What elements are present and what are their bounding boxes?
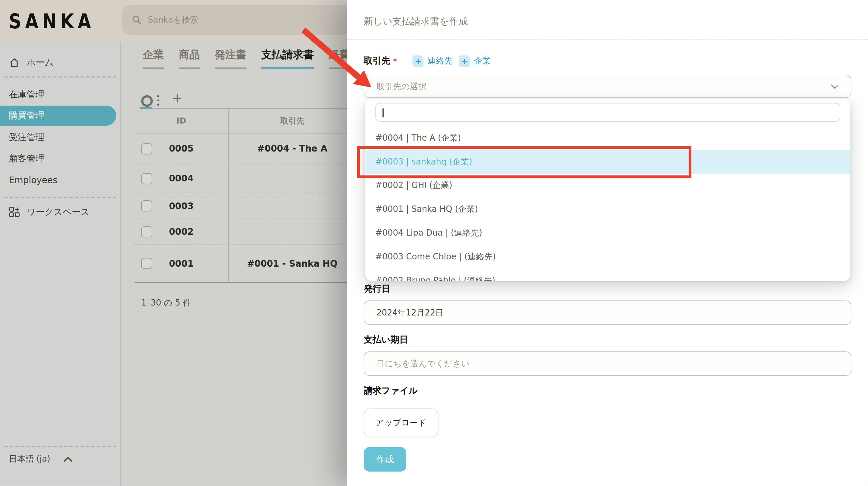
tab-products[interactable]: 商品	[179, 47, 200, 69]
due-date-label: 支払い期日	[364, 334, 408, 346]
sanka-logo: SANKA	[9, 9, 95, 33]
sidebar-divider	[4, 197, 116, 198]
partner-select[interactable]: 取引先の選択	[364, 75, 851, 98]
cell-partner	[229, 193, 356, 219]
table-row[interactable]: 0003	[134, 193, 356, 219]
sidebar-item-customers[interactable]: 顧客管理	[0, 149, 121, 169]
table-header-row: ID 取引先	[134, 108, 356, 133]
upload-button[interactable]: アップロード	[364, 409, 438, 438]
annotation-highlight-rectangle	[357, 146, 691, 179]
pagination-count: 1–30 の 5 件	[141, 298, 191, 308]
sidebar-item-label: ワークスペース	[27, 206, 90, 218]
modal-divider	[347, 39, 868, 40]
plus-icon: +	[412, 56, 424, 67]
sidebar-item-orders[interactable]: 受注管理	[0, 127, 121, 147]
table-row[interactable]: 0004	[134, 164, 356, 193]
sidebar-item-workspace[interactable]: ワークスペース	[0, 202, 121, 222]
partner-select-placeholder: 取引先の選択	[376, 81, 427, 92]
modal-title: 新しい支払請求書を作成	[364, 15, 468, 28]
add-contact-button[interactable]: + 連絡先	[412, 56, 453, 67]
partner-dropdown: #0004 | The A (企業) #0003 | sankahq (企業) …	[365, 99, 850, 281]
cell-partner: #0004 - The A	[229, 133, 356, 164]
due-date-input[interactable]: 日にちを選んでください	[364, 351, 851, 376]
tab-companies[interactable]: 企業	[143, 47, 164, 69]
view-tab-icon[interactable]	[141, 95, 153, 107]
issue-date-input[interactable]: 2024年12月22日	[364, 300, 851, 325]
sidebar-divider	[4, 76, 116, 77]
sidebar-item-employees[interactable]: Employees	[0, 170, 121, 190]
required-asterisk: *	[393, 57, 397, 65]
dropdown-option-clipped[interactable]: #0002 Bruno Pablo | (連絡先)	[365, 269, 850, 281]
table-row[interactable]: 0005 #0004 - The A	[134, 133, 356, 164]
sidebar-item-home[interactable]: ホーム	[0, 53, 121, 72]
view-options-kebab-icon[interactable]	[157, 95, 159, 105]
chevron-down-icon	[831, 84, 839, 89]
add-company-button[interactable]: + 企業	[459, 56, 491, 67]
create-button-label: 作成	[376, 453, 394, 465]
cell-partner	[229, 219, 356, 244]
dropdown-option[interactable]: #0001 | Sanka HQ (企業)	[365, 198, 850, 222]
language-label: 日本語 (ja)	[9, 454, 50, 464]
due-date-placeholder: 日にちを選んでください	[376, 358, 470, 369]
row-checkbox[interactable]	[141, 226, 152, 237]
entity-tabs: 企業 商品 発注書 支払請求書 経費	[143, 47, 350, 69]
cell-partner: #0001 - Sanka HQ	[229, 245, 356, 282]
plus-icon: +	[459, 56, 470, 67]
tab-purchase-orders[interactable]: 発注書	[215, 47, 247, 69]
sidebar-item-inventory[interactable]: 在庫管理	[0, 85, 121, 104]
sidebar-item-label: ホーム	[27, 57, 54, 68]
dropdown-search-input[interactable]	[375, 103, 840, 122]
row-checkbox[interactable]	[141, 258, 152, 269]
sidebar-item-purchasing[interactable]: 購買管理	[0, 106, 116, 126]
upload-button-label: アップロード	[375, 418, 427, 428]
search-icon	[132, 15, 141, 24]
create-invoice-modal: 新しい支払請求書を作成 取引先 * + 連絡先 + 企業 取引先の選択 #000…	[347, 0, 868, 486]
invoice-table: ID 取引先 0005 #0004 - The A 0004 0003 0002…	[134, 108, 356, 283]
add-contact-label: 連絡先	[428, 56, 453, 67]
create-button[interactable]: 作成	[364, 447, 406, 472]
issue-date-label: 発行日	[364, 283, 390, 295]
tab-expenses[interactable]: 経費	[329, 47, 350, 69]
chevron-up-icon	[64, 456, 72, 462]
sidebar-item-label: Employees	[9, 174, 57, 185]
dropdown-option[interactable]: #0004 Lipa Dua | (連絡先)	[365, 222, 850, 245]
tab-payment-invoices[interactable]: 支払請求書	[261, 47, 314, 69]
sidebar-item-label: 顧客管理	[9, 153, 44, 165]
sidebar-item-label: 購買管理	[9, 110, 44, 122]
row-checkbox[interactable]	[141, 200, 152, 212]
issue-date-value: 2024年12月22日	[376, 307, 444, 318]
language-selector[interactable]: 日本語 (ja)	[9, 454, 72, 464]
row-checkbox[interactable]	[141, 143, 152, 154]
global-search-input[interactable]: Sankaを検索	[122, 5, 350, 35]
add-company-label: 企業	[474, 56, 491, 67]
sidebar-item-label: 在庫管理	[9, 89, 44, 101]
sidebar-item-label: 受注管理	[9, 131, 44, 143]
app-root: SANKA Sankaを検索 ホーム 在庫管理 購買管理 受注管理 顧客管理 E…	[0, 0, 868, 486]
column-header-partner[interactable]: 取引先	[229, 108, 356, 133]
invoice-file-label: 請求ファイル	[364, 385, 418, 397]
dropdown-option[interactable]: #0003 Come Chloe | (連絡先)	[365, 245, 850, 269]
workspace-grid-icon	[9, 206, 20, 218]
text-caret	[382, 108, 383, 117]
sidebar: ホーム 在庫管理 購買管理 受注管理 顧客管理 Employees ワークスペー…	[0, 41, 121, 486]
table-row[interactable]: 0001 #0001 - Sanka HQ	[134, 244, 356, 283]
partner-label: 取引先	[364, 56, 390, 67]
search-placeholder: Sankaを検索	[148, 15, 198, 25]
table-row[interactable]: 0002	[134, 219, 356, 244]
add-view-icon[interactable]: +	[172, 90, 183, 105]
column-header-id[interactable]: ID	[134, 108, 228, 133]
row-checkbox[interactable]	[141, 173, 152, 184]
cell-partner	[229, 164, 356, 193]
partner-field-header: 取引先 * + 連絡先 + 企業	[364, 56, 491, 67]
sidebar-divider	[4, 446, 116, 447]
home-icon	[9, 57, 20, 68]
